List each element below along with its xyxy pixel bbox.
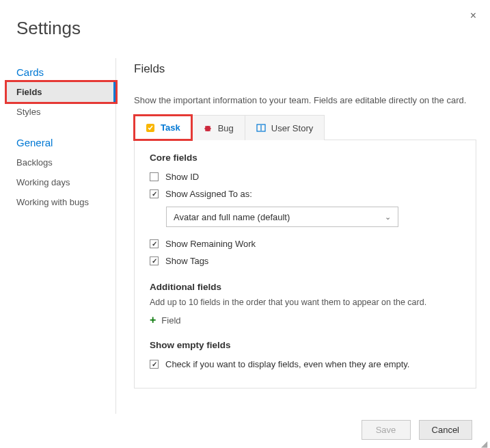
resize-handle[interactable]: ◢ xyxy=(481,439,488,446)
tab-task[interactable]: Task xyxy=(134,115,192,140)
content-panel: Fields Show the important information to… xyxy=(116,58,490,414)
tab-user-story[interactable]: User Story xyxy=(245,115,325,140)
story-icon xyxy=(256,123,266,133)
tab-story-label: User Story xyxy=(271,123,313,133)
assigned-to-value: Avatar and full name (default) xyxy=(174,212,290,222)
tabs: Task Bug User Story xyxy=(134,115,476,140)
footer: Save Cancel xyxy=(362,420,472,440)
sidebar-heading-cards[interactable]: Cards xyxy=(7,62,115,82)
core-fields-heading: Core fields xyxy=(150,153,461,163)
empty-fields-heading: Show empty fields xyxy=(150,340,461,350)
save-button[interactable]: Save xyxy=(362,420,411,440)
page-title: Settings xyxy=(0,0,490,39)
content-description: Show the important information to your t… xyxy=(134,95,476,105)
task-icon xyxy=(146,123,155,133)
content-title: Fields xyxy=(134,62,476,76)
sidebar-item-working-days[interactable]: Working days xyxy=(7,172,115,192)
tab-bug[interactable]: Bug xyxy=(191,115,245,140)
additional-heading: Additional fields xyxy=(150,282,461,292)
add-field-button[interactable]: + Field xyxy=(150,314,461,326)
label-show-id: Show ID xyxy=(165,172,199,182)
sidebar-item-styles[interactable]: Styles xyxy=(7,102,115,122)
sidebar-item-backlogs[interactable]: Backlogs xyxy=(7,153,115,172)
assigned-to-select[interactable]: Avatar and full name (default) ⌄ xyxy=(166,207,398,227)
checkbox-show-id[interactable] xyxy=(150,172,159,181)
checkbox-assigned-to[interactable] xyxy=(150,189,159,198)
sidebar: Cards Fields Styles General Backlogs Wor… xyxy=(7,58,116,414)
label-show-tags: Show Tags xyxy=(165,256,208,266)
close-button[interactable]: × xyxy=(470,10,476,22)
checkbox-empty-fields[interactable] xyxy=(150,360,159,369)
label-assigned-to: Show Assigned To as: xyxy=(165,189,252,199)
label-empty-fields: Check if you want to display fields, eve… xyxy=(165,359,409,369)
sidebar-heading-general[interactable]: General xyxy=(7,133,115,153)
panel: Core fields Show ID Show Assigned To as:… xyxy=(134,140,476,388)
sidebar-item-fields[interactable]: Fields xyxy=(7,82,115,102)
cancel-button[interactable]: Cancel xyxy=(419,420,472,440)
add-field-label: Field xyxy=(161,315,180,326)
sidebar-item-working-with-bugs[interactable]: Working with bugs xyxy=(7,192,115,212)
chevron-down-icon: ⌄ xyxy=(385,213,391,222)
label-remaining-work: Show Remaining Work xyxy=(165,239,256,249)
plus-icon: + xyxy=(150,314,156,326)
bug-icon xyxy=(203,123,213,133)
checkbox-remaining-work[interactable] xyxy=(150,239,159,248)
tab-bug-label: Bug xyxy=(218,123,234,133)
additional-description: Add up to 10 fields in the order that yo… xyxy=(150,298,461,307)
checkbox-show-tags[interactable] xyxy=(150,256,159,265)
tab-task-label: Task xyxy=(161,122,180,133)
